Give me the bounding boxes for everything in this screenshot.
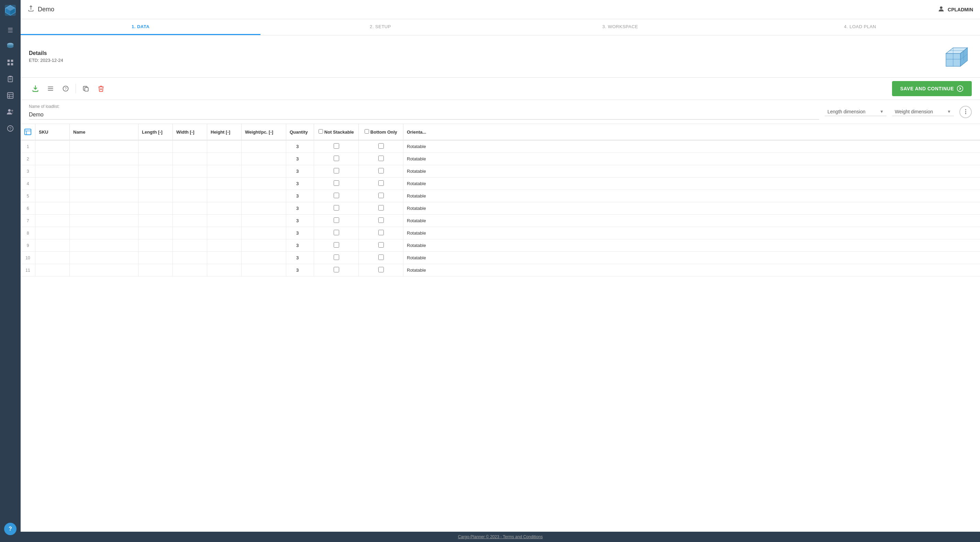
width-input[interactable] <box>176 156 204 161</box>
cell-weight[interactable] <box>242 252 286 264</box>
cell-width[interactable] <box>173 202 207 215</box>
sku-input[interactable] <box>39 218 66 223</box>
height-input[interactable] <box>211 255 238 261</box>
save-continue-button[interactable]: SAVE AND CONTINUE <box>892 81 972 96</box>
cell-name[interactable] <box>70 227 138 239</box>
sidebar-item-users[interactable] <box>3 106 17 119</box>
name-input[interactable] <box>73 181 135 186</box>
quantity-input[interactable] <box>290 193 310 199</box>
cell-name[interactable] <box>70 153 138 165</box>
user-menu[interactable]: CPLADMIN <box>937 5 973 14</box>
cell-bottom-only[interactable] <box>359 252 403 264</box>
width-input[interactable] <box>176 255 204 261</box>
cell-width[interactable] <box>173 153 207 165</box>
cell-not-stackable[interactable] <box>314 190 359 202</box>
cell-sku[interactable] <box>35 190 70 202</box>
cell-weight[interactable] <box>242 165 286 178</box>
cell-bottom-only[interactable] <box>359 239 403 252</box>
height-input[interactable] <box>211 230 238 235</box>
width-input[interactable] <box>176 168 204 174</box>
bottom-only-checkbox[interactable] <box>378 143 384 149</box>
name-input[interactable] <box>73 255 135 261</box>
name-input[interactable] <box>73 206 135 211</box>
cell-name[interactable] <box>70 215 138 227</box>
tab-loadplan[interactable]: 4. LOAD PLAN <box>740 19 980 35</box>
cell-width[interactable] <box>173 178 207 190</box>
not-stackable-checkbox[interactable] <box>334 218 339 223</box>
weight-input[interactable] <box>245 206 282 211</box>
cell-bottom-only[interactable] <box>359 227 403 239</box>
weight-dimension-select[interactable]: Weight dimension ▼ <box>892 108 954 116</box>
weight-input[interactable] <box>245 255 282 261</box>
cell-length[interactable] <box>138 215 173 227</box>
cell-sku[interactable] <box>35 227 70 239</box>
sku-input[interactable] <box>39 230 66 235</box>
cell-length[interactable] <box>138 252 173 264</box>
name-input[interactable] <box>73 243 135 248</box>
cell-name[interactable] <box>70 239 138 252</box>
length-input[interactable] <box>142 168 169 174</box>
sidebar-item-data[interactable] <box>3 40 17 54</box>
cell-not-stackable[interactable] <box>314 202 359 215</box>
cell-weight[interactable] <box>242 239 286 252</box>
name-input[interactable] <box>73 156 135 161</box>
bottom-only-checkbox[interactable] <box>378 267 384 272</box>
cell-bottom-only[interactable] <box>359 165 403 178</box>
not-stackable-checkbox[interactable] <box>334 267 339 272</box>
height-input[interactable] <box>211 206 238 211</box>
cell-weight[interactable] <box>242 178 286 190</box>
cell-not-stackable[interactable] <box>314 153 359 165</box>
quantity-input[interactable] <box>290 156 310 161</box>
cell-name[interactable] <box>70 264 138 277</box>
sidebar-item-table[interactable] <box>3 89 17 103</box>
bottom-only-checkbox[interactable] <box>378 218 384 223</box>
cell-name[interactable] <box>70 165 138 178</box>
cell-length[interactable] <box>138 140 173 153</box>
cell-not-stackable[interactable] <box>314 239 359 252</box>
width-input[interactable] <box>176 230 204 235</box>
cell-weight[interactable] <box>242 202 286 215</box>
cell-height[interactable] <box>207 190 242 202</box>
name-input[interactable] <box>73 230 135 235</box>
length-input[interactable] <box>142 156 169 161</box>
cell-not-stackable[interactable] <box>314 215 359 227</box>
cell-sku[interactable] <box>35 264 70 277</box>
not-stackable-checkbox[interactable] <box>334 143 339 149</box>
bottom-only-checkbox[interactable] <box>378 254 384 260</box>
cell-width[interactable] <box>173 252 207 264</box>
width-input[interactable] <box>176 144 204 149</box>
quantity-input[interactable] <box>290 144 310 149</box>
width-input[interactable] <box>176 206 204 211</box>
tab-data[interactable]: 1. DATA <box>21 19 261 35</box>
not-stackable-checkbox[interactable] <box>334 193 339 198</box>
length-input[interactable] <box>142 206 169 211</box>
height-input[interactable] <box>211 168 238 174</box>
bottom-only-checkbox[interactable] <box>378 168 384 173</box>
not-stackable-checkbox[interactable] <box>334 156 339 161</box>
weight-input[interactable] <box>245 144 282 149</box>
weight-input[interactable] <box>245 193 282 199</box>
cell-height[interactable] <box>207 153 242 165</box>
cell-quantity[interactable] <box>286 264 314 277</box>
cell-quantity[interactable] <box>286 178 314 190</box>
weight-input[interactable] <box>245 230 282 235</box>
length-input[interactable] <box>142 267 169 273</box>
sidebar-item-menu[interactable]: ☰ <box>3 23 17 37</box>
quantity-input[interactable] <box>290 218 310 223</box>
cell-width[interactable] <box>173 190 207 202</box>
import-button[interactable] <box>29 82 42 95</box>
cell-bottom-only[interactable] <box>359 153 403 165</box>
weight-input[interactable] <box>245 243 282 248</box>
height-input[interactable] <box>211 144 238 149</box>
cell-height[interactable] <box>207 178 242 190</box>
cell-quantity[interactable] <box>286 227 314 239</box>
more-options-button[interactable]: ⋮ <box>959 106 972 118</box>
not-stackable-header-checkbox[interactable] <box>318 129 323 134</box>
list-button[interactable] <box>44 82 57 95</box>
sku-input[interactable] <box>39 243 66 248</box>
cell-quantity[interactable] <box>286 215 314 227</box>
cell-width[interactable] <box>173 227 207 239</box>
cell-height[interactable] <box>207 239 242 252</box>
width-input[interactable] <box>176 193 204 199</box>
not-stackable-checkbox[interactable] <box>334 242 339 248</box>
